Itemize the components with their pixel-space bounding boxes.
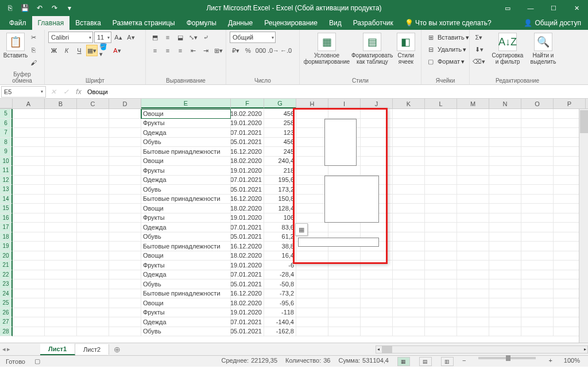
cell-B6[interactable] [45, 119, 77, 129]
cell-B9[interactable] [45, 147, 77, 157]
cell-C28[interactable] [77, 327, 109, 337]
font-name-combo[interactable]: Calibri▾ [48, 32, 93, 43]
cell-C10[interactable] [77, 157, 109, 166]
cell-K25[interactable] [393, 298, 425, 308]
cell-B27[interactable] [45, 317, 77, 327]
cell-F28[interactable]: 05.01.2021 [231, 327, 264, 337]
tab-formulas[interactable]: Формулы [181, 16, 222, 30]
cell-B28[interactable] [45, 327, 77, 337]
cell-G20[interactable]: 16,4 [264, 251, 296, 261]
align-bottom-icon[interactable]: ⬓ [175, 32, 186, 43]
cell-A18[interactable] [13, 232, 45, 242]
cell-C5[interactable] [77, 109, 109, 119]
cell-K24[interactable] [393, 289, 425, 299]
cell-K22[interactable] [393, 270, 425, 280]
row-header-13[interactable]: 13 [0, 185, 13, 195]
cell-E21[interactable]: Фрукты [141, 261, 231, 270]
cell-G13[interactable]: 173,2 [264, 185, 296, 195]
cell-N5[interactable] [489, 109, 521, 119]
cell-L9[interactable] [425, 147, 457, 157]
minimize-icon[interactable]: — [519, 0, 542, 16]
align-middle-icon[interactable]: ≡ [162, 32, 173, 43]
cell-N16[interactable] [489, 213, 521, 223]
cell-L16[interactable] [425, 213, 457, 223]
cell-B19[interactable] [45, 242, 77, 251]
cell-J21[interactable] [361, 261, 393, 270]
cell-N25[interactable] [489, 298, 521, 308]
cell-N20[interactable] [489, 251, 521, 261]
cell-E16[interactable]: Фрукты [141, 213, 231, 223]
cell-K28[interactable] [393, 327, 425, 337]
cell-K16[interactable] [393, 213, 425, 223]
align-center-icon[interactable]: ≡ [162, 45, 173, 56]
autosum-icon[interactable]: Σ▾ [473, 32, 485, 43]
row-header-7[interactable]: 7 [0, 128, 13, 138]
cell-F12[interactable]: 07.01.2021 [231, 176, 264, 185]
cell-M27[interactable] [457, 317, 489, 327]
font-size-combo[interactable]: 11▾ [94, 32, 111, 43]
cell-G15[interactable]: 128,4 [264, 204, 296, 213]
column-header-H[interactable]: H [296, 99, 328, 108]
merge-icon[interactable]: ⊞▾ [212, 45, 224, 56]
close-icon[interactable]: ✕ [565, 0, 588, 16]
align-left-icon[interactable]: ≡ [149, 45, 161, 56]
cell-B7[interactable] [45, 128, 77, 138]
format-as-table-button[interactable]: ▤Форматировать как таблицу [350, 32, 394, 66]
cell-A17[interactable] [13, 223, 45, 232]
cell-J17[interactable] [361, 223, 393, 232]
cell-A5[interactable] [13, 109, 45, 119]
cell-styles-button[interactable]: ◧Стили ячеек [394, 32, 417, 66]
column-header-P[interactable]: P [554, 99, 586, 108]
cell-M5[interactable] [457, 109, 489, 119]
cell-L13[interactable] [425, 185, 457, 195]
cell-E18[interactable]: Обувь [141, 232, 231, 242]
cell-B20[interactable] [45, 251, 77, 261]
cell-G25[interactable]: -95,6 [264, 298, 296, 308]
cell-A25[interactable] [13, 298, 45, 308]
cell-M19[interactable] [457, 242, 489, 251]
cell-G9[interactable]: 245 [264, 147, 296, 157]
cell-G19[interactable]: 38,8 [264, 242, 296, 251]
clear-icon[interactable]: ⌫▾ [473, 56, 485, 67]
cell-L23[interactable] [425, 279, 457, 289]
cut-icon[interactable]: ✂ [28, 32, 39, 43]
worksheet-grid[interactable]: ABCDEFGHIJKLMNOP 5Овощи18.02.20204566Фру… [0, 99, 588, 343]
cell-N22[interactable] [489, 270, 521, 280]
cell-B11[interactable] [45, 166, 77, 176]
column-header-F[interactable]: F [231, 99, 264, 108]
cell-K8[interactable] [393, 138, 425, 147]
cell-H22[interactable] [296, 270, 328, 280]
cell-K15[interactable] [393, 204, 425, 213]
number-format-combo[interactable]: Общий▾ [230, 32, 276, 43]
cancel-icon[interactable]: ✕ [47, 86, 60, 98]
cell-N27[interactable] [489, 317, 521, 327]
cell-H23[interactable] [296, 279, 328, 289]
cell-H15[interactable] [296, 204, 328, 213]
cell-O7[interactable] [521, 128, 554, 138]
cell-I11[interactable] [328, 166, 361, 176]
row-header-9[interactable]: 9 [0, 147, 13, 157]
row-header-17[interactable]: 17 [0, 223, 13, 232]
cell-O21[interactable] [521, 261, 554, 270]
column-header-J[interactable]: J [361, 99, 393, 108]
cell-H11[interactable] [296, 166, 328, 176]
cell-G23[interactable]: -50,8 [264, 279, 296, 289]
cell-M24[interactable] [457, 289, 489, 299]
column-header-C[interactable]: C [77, 99, 109, 108]
cell-D7[interactable] [109, 128, 141, 138]
tab-file[interactable]: Файл [3, 16, 32, 30]
cell-J10[interactable] [361, 157, 393, 166]
cell-M16[interactable] [457, 213, 489, 223]
cell-D24[interactable] [109, 289, 141, 299]
cell-H9[interactable] [296, 147, 328, 157]
cell-N7[interactable] [489, 128, 521, 138]
cell-G22[interactable]: -28,4 [264, 270, 296, 280]
cell-D6[interactable] [109, 119, 141, 129]
formula-input[interactable] [85, 86, 588, 98]
tab-data[interactable]: Данные [222, 16, 258, 30]
cell-N17[interactable] [489, 223, 521, 232]
cell-H10[interactable] [296, 157, 328, 166]
cell-A11[interactable] [13, 166, 45, 176]
cell-H28[interactable] [296, 327, 328, 337]
cell-C13[interactable] [77, 185, 109, 195]
